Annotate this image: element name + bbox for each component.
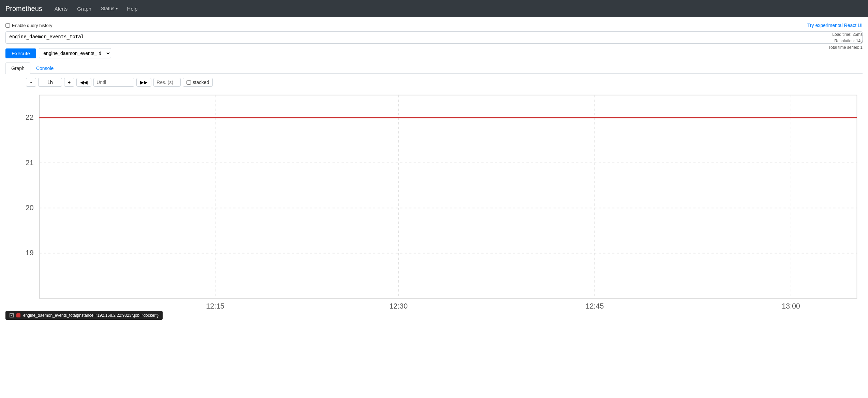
nav-item-help[interactable]: Help <box>123 6 142 12</box>
execute-button[interactable]: Execute <box>5 48 36 58</box>
zoom-in-button[interactable]: + <box>64 78 74 87</box>
x-label-1300: 13:00 <box>782 302 800 310</box>
query-input-wrapper: engine_daemon_events_total <box>5 31 863 45</box>
legend-series-label: engine_daemon_events_total{instance="192… <box>23 313 159 318</box>
nav-item-graph[interactable]: Graph <box>73 6 95 12</box>
load-time: Load time: 25ms <box>828 31 863 38</box>
graph-svg: 22 21 20 19 12:15 12:30 12:45 13:00 <box>5 89 863 310</box>
y-label-22: 22 <box>26 113 34 122</box>
nav-link-alerts[interactable]: Alerts <box>50 3 72 14</box>
tab-console[interactable]: Console <box>30 62 59 74</box>
nav-list: Alerts Graph Status ▾ Help <box>50 3 142 14</box>
back-button[interactable]: ◀◀ <box>76 78 91 87</box>
enable-history-checkbox[interactable] <box>5 23 10 28</box>
y-label-21: 21 <box>26 159 34 167</box>
chevron-down-icon: ▾ <box>116 7 118 11</box>
navbar: Prometheus Alerts Graph Status ▾ Help <box>0 0 868 17</box>
top-bar: Enable query history Try experimental Re… <box>5 23 863 28</box>
graph-wrapper: 22 21 20 19 12:15 12:30 12:45 13:00 <box>5 89 863 310</box>
resolution: Resolution: 14s <box>828 38 863 44</box>
brand-logo[interactable]: Prometheus <box>5 5 42 13</box>
x-label-1245: 12:45 <box>585 302 604 310</box>
tabs-row: Graph Console <box>5 62 863 74</box>
stacked-checkbox[interactable] <box>186 80 191 85</box>
nav-item-status[interactable]: Status ▾ <box>97 3 122 14</box>
enable-history-label: Enable query history <box>12 23 53 28</box>
nav-status-label: Status <box>101 6 115 11</box>
execute-row: Execute engine_daemon_events_ ⇕ <box>5 48 863 58</box>
legend-color-swatch <box>16 313 20 317</box>
graph-controls: - + ◀◀ ▶▶ stacked <box>5 74 863 89</box>
enable-history-row: Enable query history <box>5 23 53 28</box>
nav-dropdown-status[interactable]: Status ▾ <box>97 3 122 14</box>
nav-item-alerts[interactable]: Alerts <box>50 6 72 12</box>
stacked-text: stacked <box>193 80 209 85</box>
x-label-1215: 12:15 <box>206 302 224 310</box>
try-experimental-link[interactable]: Try experimental React UI <box>807 23 863 28</box>
until-input[interactable] <box>93 78 134 87</box>
legend-checkbox-icon <box>10 313 14 317</box>
res-input[interactable] <box>153 78 181 87</box>
stacked-label[interactable]: stacked <box>183 78 213 87</box>
nav-link-help[interactable]: Help <box>123 3 142 14</box>
forward-button[interactable]: ▶▶ <box>136 78 151 87</box>
nav-link-graph[interactable]: Graph <box>73 3 95 14</box>
zoom-out-button[interactable]: - <box>26 78 36 87</box>
legend: engine_daemon_events_total{instance="192… <box>5 311 163 320</box>
y-label-19: 19 <box>26 249 34 257</box>
x-label-1230: 12:30 <box>389 302 408 310</box>
main-content: Enable query history Try experimental Re… <box>0 17 868 320</box>
query-input[interactable]: engine_daemon_events_total <box>5 31 863 44</box>
tab-graph[interactable]: Graph <box>5 62 30 74</box>
duration-input[interactable] <box>38 78 62 87</box>
graph-bg <box>39 95 857 298</box>
metric-select[interactable]: engine_daemon_events_ ⇕ <box>39 48 111 58</box>
y-label-20: 20 <box>26 204 34 212</box>
query-area: engine_daemon_events_total Load time: 25… <box>5 31 863 45</box>
